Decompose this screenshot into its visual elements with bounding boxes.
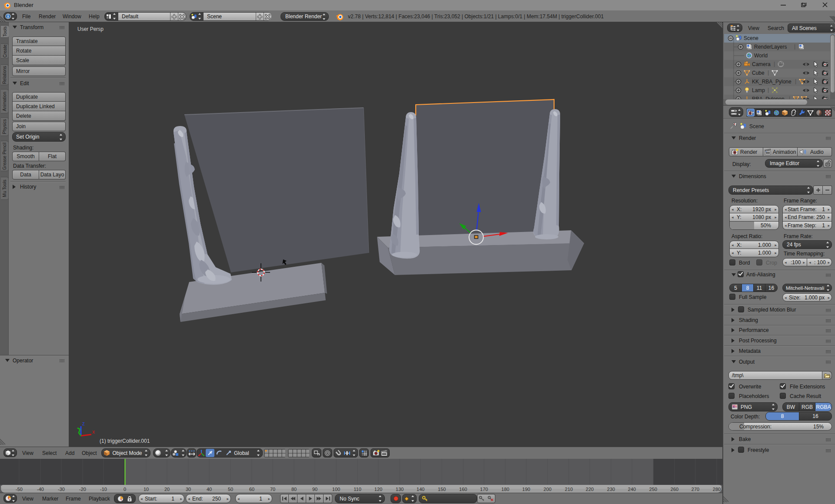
svg-text:20: 20 bbox=[164, 487, 170, 492]
svg-text:110: 110 bbox=[354, 487, 361, 492]
svg-text:240: 240 bbox=[628, 487, 636, 492]
svg-text:z: z bbox=[82, 421, 85, 427]
svg-text:30: 30 bbox=[186, 487, 191, 492]
svg-text:100: 100 bbox=[332, 487, 340, 492]
svg-text:-50: -50 bbox=[16, 487, 23, 492]
svg-text:10: 10 bbox=[144, 487, 149, 492]
svg-text:0: 0 bbox=[124, 487, 126, 492]
svg-text:80: 80 bbox=[291, 487, 297, 492]
svg-text:60: 60 bbox=[249, 487, 254, 492]
svg-text:150: 150 bbox=[438, 487, 446, 492]
svg-text:50: 50 bbox=[228, 487, 233, 492]
svg-text:x: x bbox=[92, 429, 95, 435]
svg-text:250: 250 bbox=[649, 487, 657, 492]
svg-text:270: 270 bbox=[691, 487, 699, 492]
svg-text:-40: -40 bbox=[37, 487, 44, 492]
svg-text:120: 120 bbox=[374, 487, 382, 492]
svg-text:130: 130 bbox=[396, 487, 404, 492]
svg-text:-20: -20 bbox=[79, 487, 86, 492]
svg-text:200: 200 bbox=[544, 487, 551, 492]
svg-text:40: 40 bbox=[207, 487, 212, 492]
svg-text:90: 90 bbox=[312, 487, 317, 492]
svg-text:-30: -30 bbox=[58, 487, 65, 492]
svg-text:210: 210 bbox=[565, 487, 573, 492]
svg-text:170: 170 bbox=[480, 487, 488, 492]
svg-text:220: 220 bbox=[586, 487, 594, 492]
svg-text:280: 280 bbox=[713, 487, 721, 492]
svg-text:180: 180 bbox=[501, 487, 509, 492]
svg-text:140: 140 bbox=[417, 487, 424, 492]
svg-text:260: 260 bbox=[671, 487, 678, 492]
svg-text:70: 70 bbox=[270, 487, 275, 492]
svg-text:160: 160 bbox=[459, 487, 467, 492]
svg-text:-10: -10 bbox=[100, 487, 107, 492]
svg-text:190: 190 bbox=[522, 487, 530, 492]
svg-text:230: 230 bbox=[607, 487, 615, 492]
